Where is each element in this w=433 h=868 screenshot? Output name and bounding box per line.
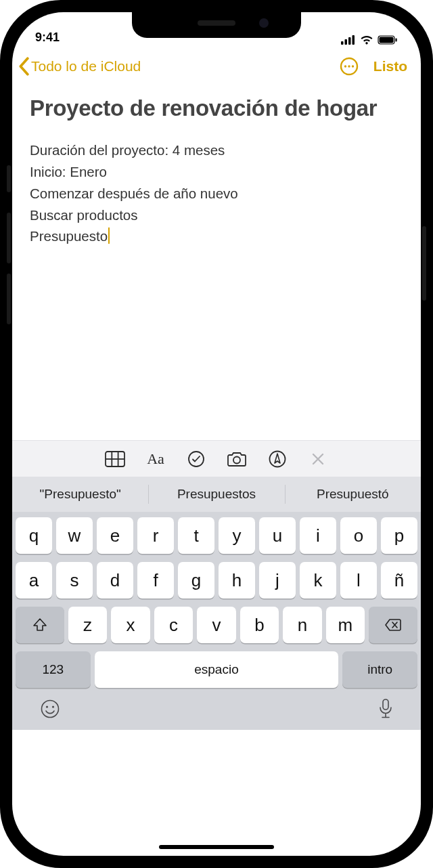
key-c[interactable]: c (154, 607, 193, 643)
key-q[interactable]: q (16, 517, 52, 554)
battery-icon (378, 35, 398, 45)
svg-point-20 (52, 706, 54, 708)
chevron-left-icon (18, 57, 30, 76)
svg-rect-2 (348, 37, 351, 45)
note-line[interactable]: Inicio: Enero (30, 161, 403, 183)
key-m[interactable]: m (326, 607, 365, 643)
svg-rect-3 (352, 35, 355, 45)
suggestion[interactable]: Presupuestó (285, 477, 421, 512)
note-line[interactable]: Comenzar después de año nuevo (30, 183, 403, 204)
key-w[interactable]: w (56, 517, 93, 554)
back-button[interactable]: Todo lo de iCloud (18, 57, 141, 76)
key-d[interactable]: d (97, 562, 133, 599)
key-i[interactable]: i (300, 517, 336, 554)
key-k[interactable]: k (300, 562, 336, 599)
done-button[interactable]: Listo (373, 58, 407, 74)
emoji-button[interactable] (40, 699, 60, 722)
key-n[interactable]: n (283, 607, 321, 643)
key-z[interactable]: z (68, 607, 107, 643)
format-toolbar: Aa (12, 440, 421, 477)
text-format-button[interactable]: Aa (144, 448, 167, 471)
text-format-icon: Aa (147, 450, 164, 468)
close-toolbar-button[interactable] (306, 448, 329, 471)
suggestion-bar: "Presupuesto" Presupuestos Presupuestó (12, 477, 421, 512)
back-label: Todo lo de iCloud (31, 58, 141, 74)
wifi-icon (360, 35, 373, 45)
svg-point-18 (42, 701, 59, 718)
key-g[interactable]: g (178, 562, 214, 599)
svg-rect-0 (341, 41, 344, 45)
key-x[interactable]: x (111, 607, 150, 643)
key-o[interactable]: o (340, 517, 377, 554)
table-icon (105, 451, 125, 467)
svg-point-8 (344, 65, 346, 67)
key-f[interactable]: f (137, 562, 174, 599)
key-p[interactable]: p (381, 517, 417, 554)
key-shift[interactable] (16, 607, 64, 643)
emoji-icon (40, 699, 60, 719)
text-cursor (108, 227, 110, 244)
markup-button[interactable] (266, 448, 289, 471)
svg-point-16 (233, 456, 240, 463)
cellular-icon (341, 35, 356, 45)
suggestion[interactable]: Presupuestos (148, 477, 284, 512)
shift-icon (32, 617, 47, 632)
table-button[interactable] (104, 448, 127, 471)
note-line[interactable]: Presupuesto (30, 225, 403, 247)
key-j[interactable]: j (259, 562, 296, 599)
key-delete[interactable] (369, 607, 417, 643)
checklist-icon (187, 450, 205, 468)
more-button[interactable] (338, 56, 360, 77)
svg-rect-21 (383, 699, 388, 710)
camera-button[interactable] (225, 448, 248, 471)
status-time: 9:41 (35, 30, 60, 45)
key-y[interactable]: y (219, 517, 255, 554)
note-body[interactable]: Duración del proyecto: 4 meses Inicio: E… (30, 139, 403, 247)
key-v[interactable]: v (197, 607, 235, 643)
key-t[interactable]: t (178, 517, 214, 554)
home-indicator[interactable] (159, 845, 274, 849)
keyboard: q w e r t y u i o p a s d f g h j k l (12, 512, 421, 730)
svg-point-10 (352, 65, 354, 67)
nav-bar: Todo lo de iCloud Listo (12, 46, 421, 81)
svg-rect-6 (396, 39, 397, 42)
key-space[interactable]: espacio (95, 651, 339, 688)
key-r[interactable]: r (137, 517, 174, 554)
key-enter[interactable]: intro (342, 651, 417, 688)
svg-rect-5 (380, 37, 394, 43)
dictation-button[interactable] (378, 698, 393, 722)
key-h[interactable]: h (219, 562, 255, 599)
mic-icon (378, 698, 393, 720)
note-title[interactable]: Proyecto de renovación de hogar (30, 95, 403, 122)
key-ñ[interactable]: ñ (381, 562, 417, 599)
note-line[interactable]: Duración del proyecto: 4 meses (30, 139, 403, 161)
svg-point-19 (46, 706, 48, 708)
note-line[interactable]: Buscar productos (30, 204, 403, 226)
suggestion[interactable]: "Presupuesto" (12, 477, 148, 512)
key-u[interactable]: u (259, 517, 296, 554)
note-editor[interactable]: Proyecto de renovación de hogar Duración… (12, 81, 421, 440)
markup-icon (269, 450, 286, 468)
key-b[interactable]: b (240, 607, 279, 643)
key-numbers[interactable]: 123 (16, 651, 91, 688)
checklist-button[interactable] (185, 448, 208, 471)
key-s[interactable]: s (56, 562, 93, 599)
svg-point-9 (348, 65, 350, 67)
key-l[interactable]: l (340, 562, 377, 599)
key-a[interactable]: a (16, 562, 52, 599)
ellipsis-circle-icon (340, 57, 359, 76)
key-e[interactable]: e (97, 517, 133, 554)
svg-point-15 (189, 452, 204, 466)
delete-icon (384, 618, 402, 632)
close-icon (311, 452, 325, 466)
camera-icon (227, 451, 247, 467)
svg-rect-1 (345, 39, 348, 45)
